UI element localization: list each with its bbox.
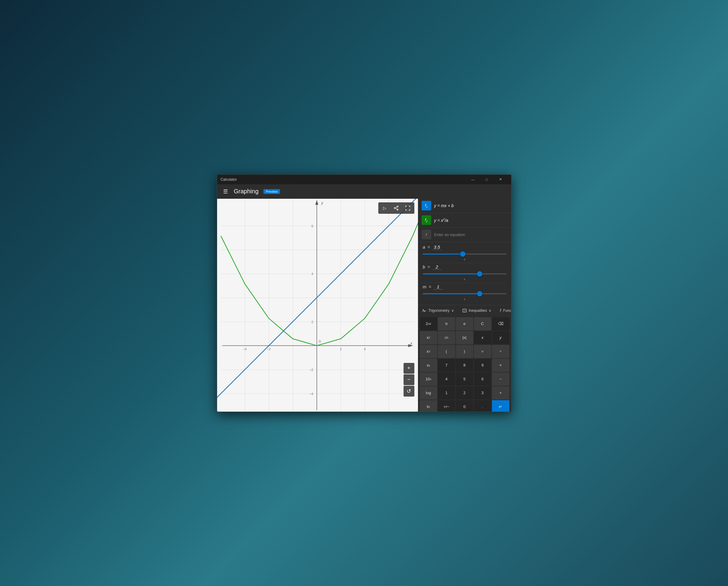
variable-a-slider[interactable] (423, 251, 506, 257)
graph-canvas: 6 4 2 −2 −4 −4 −2 2 4 0 y x (217, 199, 418, 411)
minimize-button[interactable]: — (466, 175, 480, 184)
key-e[interactable]: e (456, 317, 473, 330)
divider-bm (423, 283, 506, 283)
main-content: 6 4 2 −2 −4 −4 −2 2 4 0 y x (217, 199, 511, 411)
variable-m-name: m (423, 284, 427, 289)
key-10x[interactable]: 10x (420, 373, 437, 386)
variable-b-name: b (423, 264, 425, 269)
key-backspace[interactable]: ⌫ (492, 317, 510, 330)
key-2nd[interactable]: 2nd (420, 317, 437, 330)
equation-row-f3[interactable]: f Enter an equation (418, 228, 511, 242)
variable-b-expand[interactable]: ∨ (423, 277, 506, 281)
svg-text:−4: −4 (309, 392, 313, 396)
svg-text:y: y (321, 201, 323, 205)
key-4[interactable]: 4 (438, 373, 455, 386)
svg-rect-0 (221, 199, 414, 411)
key-x-squared[interactable]: x2 (420, 331, 437, 344)
equation-row-f2[interactable]: f2 y = x2/a (418, 213, 511, 228)
keyboard-section: Trigonometry ∨ Inequalities ∨ (418, 305, 511, 411)
cursor-tool-button[interactable]: ▷ (380, 204, 390, 213)
key-divide[interactable]: ÷ (492, 345, 510, 358)
svg-text:−2: −2 (267, 347, 270, 351)
close-button[interactable]: ✕ (494, 175, 508, 184)
key-x-var[interactable]: x (474, 331, 491, 344)
key-1[interactable]: 1 (438, 387, 455, 400)
key-2[interactable]: 2 (456, 387, 473, 400)
right-panel: f1 y = mx + b f2 y = x2/a f Enter a (418, 199, 511, 411)
app-window: Calculator — □ ✕ ☰ Graphing Preview (217, 175, 512, 412)
svg-line-36 (395, 207, 397, 208)
equations-section: f1 y = mx + b f2 y = x2/a f Enter a (418, 199, 511, 242)
variable-a-row: a = 3.5 ∨ (423, 244, 506, 261)
svg-text:0: 0 (319, 339, 321, 343)
variable-m-value: 1 (434, 284, 443, 290)
svg-text:2: 2 (311, 320, 313, 323)
variable-m-slider[interactable] (423, 291, 506, 297)
key-7[interactable]: 7 (438, 359, 455, 372)
fullscreen-tool-button[interactable] (402, 204, 413, 213)
svg-point-34 (397, 209, 398, 210)
variable-a-expand[interactable]: ∨ (423, 258, 506, 261)
share-tool-button[interactable] (391, 204, 402, 213)
key-equals[interactable]: = (474, 345, 491, 358)
app-header: ☰ Graphing Preview (217, 184, 511, 199)
key-ln[interactable]: ln (420, 400, 437, 411)
key-6[interactable]: 6 (474, 373, 491, 386)
key-reciprocal[interactable]: 1/x (438, 331, 455, 344)
title-bar-controls: — □ ✕ (466, 175, 508, 184)
divider-ab (423, 263, 506, 263)
key-3[interactable]: 3 (474, 387, 491, 400)
svg-line-37 (395, 208, 397, 209)
keyboard-toolbar: Trigonometry ∨ Inequalities ∨ (418, 305, 511, 316)
key-pi[interactable]: π (438, 317, 455, 330)
zoom-reset-button[interactable]: ↺ (404, 386, 414, 397)
graph-toolbar: ▷ (378, 202, 414, 214)
key-8[interactable]: 8 (456, 359, 473, 372)
key-subtract[interactable]: − (492, 373, 510, 386)
svg-text:x: x (410, 341, 412, 345)
svg-text:4: 4 (311, 272, 313, 276)
variable-b-slider[interactable] (423, 271, 506, 277)
menu-icon[interactable]: ☰ (222, 187, 229, 196)
keys-grid: 2nd π e C ⌫ x2 1/x |x| x y x3 ( ) = (418, 316, 511, 411)
key-plusminus[interactable]: +/− (438, 400, 455, 411)
key-9[interactable]: 9 (474, 359, 491, 372)
variable-m-row: m = 1 ∨ (423, 284, 506, 301)
zoom-in-button[interactable]: + (404, 363, 414, 374)
variable-a-value: 3.5 (433, 244, 441, 250)
variable-b-value: 2 (433, 264, 441, 270)
key-y-var[interactable]: y (492, 331, 510, 344)
key-multiply[interactable]: × (492, 359, 510, 372)
title-bar: Calculator — □ ✕ (217, 175, 511, 184)
key-clear[interactable]: C (474, 317, 491, 330)
svg-text:−4: −4 (243, 347, 246, 351)
key-x-power-y[interactable]: xy (420, 359, 437, 372)
key-log[interactable]: log (420, 387, 437, 400)
equation-row-f1[interactable]: f1 y = mx + b (418, 199, 511, 213)
trigonometry-dropdown-button[interactable]: Trigonometry ∨ (420, 307, 456, 314)
key-open-paren[interactable]: ( (438, 345, 455, 358)
app-title: Graphing (234, 188, 259, 195)
f2-badge: f2 (422, 215, 431, 225)
key-decimal[interactable]: . (474, 400, 491, 411)
f1-equation: y = mx + b (434, 203, 454, 208)
maximize-button[interactable]: □ (480, 175, 494, 184)
f2-equation: y = x2/a (434, 217, 448, 223)
f1-badge: f1 (422, 201, 431, 210)
f3-placeholder: Enter an equation (434, 233, 465, 237)
preview-badge: Preview (263, 189, 280, 194)
key-close-paren[interactable]: ) (456, 345, 473, 358)
key-add[interactable]: + (492, 387, 510, 400)
key-5[interactable]: 5 (456, 373, 473, 386)
zoom-out-button[interactable]: − (404, 374, 414, 385)
function-dropdown-button[interactable]: f Function ∨ (498, 307, 511, 314)
key-abs[interactable]: |x| (456, 331, 473, 344)
variable-m-expand[interactable]: ∨ (423, 297, 506, 301)
svg-text:−2: −2 (309, 368, 313, 372)
key-x-cubed[interactable]: x3 (420, 345, 437, 358)
variables-section: a = 3.5 ∨ b (418, 242, 511, 305)
inequalities-dropdown-button[interactable]: Inequalities ∨ (461, 307, 493, 314)
key-0[interactable]: 0 (456, 400, 473, 411)
key-enter[interactable]: ↵ (492, 400, 510, 411)
svg-point-33 (397, 206, 398, 207)
